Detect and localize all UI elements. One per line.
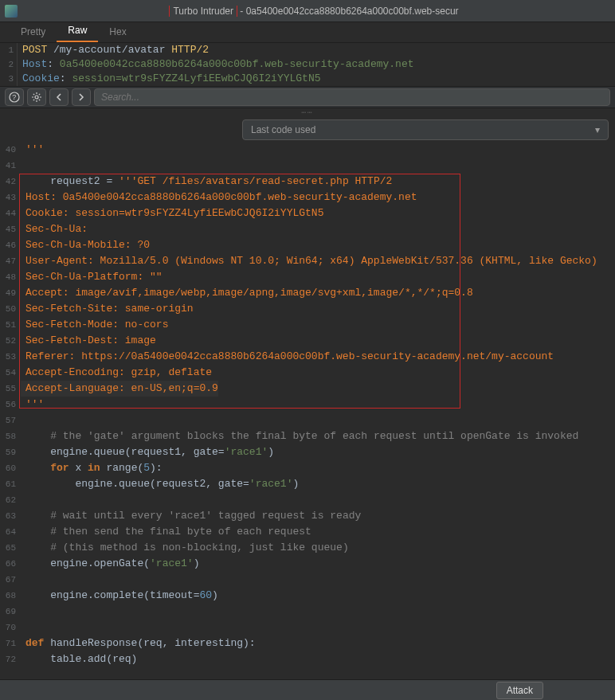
line-content[interactable]: engine.complete(timeout=60) <box>21 588 218 604</box>
editor-line: 72 table.add(req) <box>0 651 615 667</box>
line-content[interactable]: Cookie: session=wtr9sFYZZ4LyfiEEwbCJQ6I2… <box>18 72 320 86</box>
search-input[interactable] <box>101 92 603 103</box>
line-content[interactable]: for x in range(5): <box>21 460 163 476</box>
snippet-row: Last code used ▾ <box>0 118 615 142</box>
line-content[interactable]: Accept: image/avif,image/webp,image/apng… <box>21 285 473 301</box>
editor-line: 59 engine.queue(request1, gate='race1') <box>0 444 615 460</box>
line-content[interactable] <box>21 158 32 174</box>
editor-line: 49Accept: image/avif,image/webp,image/ap… <box>0 285 615 301</box>
line-number: 40 <box>0 142 21 158</box>
line-content[interactable] <box>21 604 32 620</box>
line-number: 56 <box>0 397 21 413</box>
editor-line: 42 request2 = '''GET /files/avatars/read… <box>0 174 615 190</box>
line-number: 52 <box>0 333 21 349</box>
editor-line: 68 engine.complete(timeout=60) <box>0 588 615 604</box>
line-content[interactable]: table.add(req) <box>21 651 137 667</box>
line-content[interactable]: Cookie: session=wtr9sFYZZ4LyfiEEwbCJQ6I2… <box>21 205 323 221</box>
tab-hex[interactable]: Hex <box>98 22 137 42</box>
attack-button[interactable]: Attack <box>496 682 543 699</box>
resize-grip[interactable]: ⋯⋯ <box>0 108 615 118</box>
line-content[interactable]: Sec-Fetch-Dest: image <box>21 333 156 349</box>
line-number: 63 <box>0 508 21 524</box>
line-content[interactable]: Accept-Language: en-US,en;q=0.9 <box>21 381 218 397</box>
line-content[interactable] <box>21 620 32 635</box>
line-number: 65 <box>0 540 21 556</box>
line-number: 72 <box>0 651 21 667</box>
help-icon[interactable]: ? <box>5 88 24 106</box>
code-editor[interactable]: 40'''41 42 request2 = '''GET /files/avat… <box>0 142 615 667</box>
line-number: 62 <box>0 492 21 508</box>
nav-forward-button[interactable] <box>72 88 91 106</box>
line-number: 48 <box>0 269 21 285</box>
line-content[interactable]: POST /my-account/avatar HTTP/2 <box>18 43 209 57</box>
line-content[interactable]: Sec-Fetch-Site: same-origin <box>21 301 194 317</box>
line-number: 42 <box>0 174 21 190</box>
editor-line: 57 <box>0 413 615 428</box>
line-content[interactable]: Referer: https://0a5400e0042cca8880b6264… <box>21 349 554 365</box>
line-content[interactable]: Sec-Fetch-Mode: no-cors <box>21 317 168 333</box>
line-number: 41 <box>0 158 21 174</box>
editor-line: 40''' <box>0 142 615 158</box>
editor-line: 53Referer: https://0a5400e0042cca8880b62… <box>0 349 615 365</box>
line-number: 54 <box>0 365 21 381</box>
editor-line: 45Sec-Ch-Ua: <box>0 221 615 237</box>
line-content[interactable]: engine.openGate('race1') <box>21 556 199 572</box>
line-content[interactable]: # the 'gate' argument blocks the final b… <box>21 428 578 444</box>
request-viewer[interactable]: 1POST /my-account/avatar HTTP/22Host: 0a… <box>0 43 615 86</box>
line-number: 67 <box>0 572 21 588</box>
editor-line: 70 <box>0 620 615 635</box>
line-number: 46 <box>0 237 21 253</box>
tab-raw[interactable]: Raw <box>57 20 98 42</box>
line-content[interactable]: # (this method is non-blocking, just lik… <box>21 540 349 556</box>
editor-line: 51Sec-Fetch-Mode: no-cors <box>0 317 615 333</box>
nav-back-button[interactable] <box>49 88 69 106</box>
line-number: 68 <box>0 588 21 604</box>
line-content[interactable]: def handleResponse(req, interesting): <box>21 635 256 651</box>
gear-icon[interactable] <box>27 88 46 106</box>
editor-line: 67 <box>0 572 615 588</box>
line-content[interactable]: engine.queue(request1, gate='race1') <box>21 444 274 460</box>
line-content[interactable]: request2 = '''GET /files/avatars/read-se… <box>21 174 392 190</box>
line-content[interactable]: ''' <box>21 397 44 413</box>
line-number: 3 <box>0 72 18 86</box>
line-number: 50 <box>0 301 21 317</box>
request-line: 3Cookie: session=wtr9sFYZZ4LyfiEEwbCJQ6I… <box>0 72 615 86</box>
line-number: 1 <box>0 43 18 57</box>
line-content[interactable] <box>21 413 32 428</box>
chevron-down-icon: ▾ <box>595 124 600 135</box>
line-number: 64 <box>0 524 21 540</box>
svg-point-2 <box>35 96 38 99</box>
line-content[interactable]: engine.queue(request2, gate='race1') <box>21 476 299 492</box>
editor-line: 43Host: 0a5400e0042cca8880b6264a000c00bf… <box>0 190 615 205</box>
line-content[interactable]: # then send the final byte of each reque… <box>21 524 311 540</box>
line-content[interactable]: Sec-Ch-Ua-Platform: "" <box>21 269 163 285</box>
line-number: 44 <box>0 205 21 221</box>
line-content[interactable]: ''' <box>21 142 44 158</box>
tab-pretty[interactable]: Pretty <box>10 22 57 42</box>
line-content[interactable]: Host: 0a5400e0042cca8880b6264a000c00bf.w… <box>18 57 414 72</box>
line-content[interactable] <box>21 572 32 588</box>
dropdown-label: Last code used <box>251 124 315 135</box>
line-number: 47 <box>0 253 21 269</box>
snippet-dropdown[interactable]: Last code used ▾ <box>242 119 609 140</box>
line-number: 55 <box>0 381 21 397</box>
editor-line: 55Accept-Language: en-US,en;q=0.9 <box>0 381 615 397</box>
footer: Attack <box>0 679 615 700</box>
search-box[interactable] <box>94 88 610 106</box>
editor-line: 46Sec-Ch-Ua-Mobile: ?0 <box>0 237 615 253</box>
editor-line: 56''' <box>0 397 615 413</box>
line-number: 66 <box>0 556 21 572</box>
line-content[interactable]: Sec-Ch-Ua: <box>21 221 94 237</box>
line-content[interactable] <box>21 492 32 508</box>
editor-line: 60 for x in range(5): <box>0 460 615 476</box>
editor-line: 41 <box>0 158 615 174</box>
line-content[interactable]: Accept-Encoding: gzip, deflate <box>21 365 212 381</box>
title-suffix: - 0a5400e0042cca8880b6264a000c00bf.web-s… <box>237 6 459 17</box>
line-content[interactable]: Host: 0a5400e0042cca8880b6264a000c00bf.w… <box>21 190 417 205</box>
line-content[interactable]: Sec-Ch-Ua-Mobile: ?0 <box>21 237 150 253</box>
editor-line: 54Accept-Encoding: gzip, deflate <box>0 365 615 381</box>
line-content[interactable]: # wait until every 'race1' tagged reques… <box>21 508 361 524</box>
editor-line: 71def handleResponse(req, interesting): <box>0 635 615 651</box>
line-number: 2 <box>0 57 18 72</box>
line-content[interactable]: User-Agent: Mozilla/5.0 (Windows NT 10.0… <box>21 253 597 269</box>
